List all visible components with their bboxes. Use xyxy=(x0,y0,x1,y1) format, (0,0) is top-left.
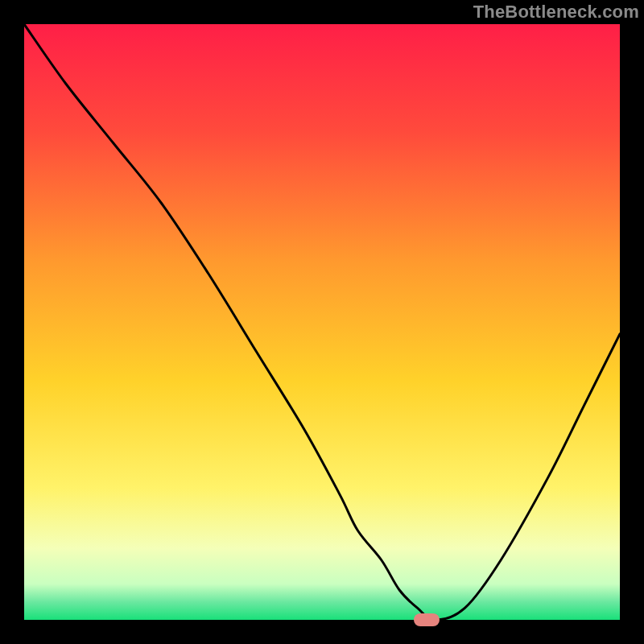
chart-frame: TheBottleneck.com xyxy=(0,0,644,644)
gradient-background xyxy=(24,24,620,620)
optimum-marker xyxy=(414,613,440,626)
plot-area xyxy=(24,24,620,620)
watermark-text: TheBottleneck.com xyxy=(473,2,639,23)
plot-svg xyxy=(24,24,620,620)
